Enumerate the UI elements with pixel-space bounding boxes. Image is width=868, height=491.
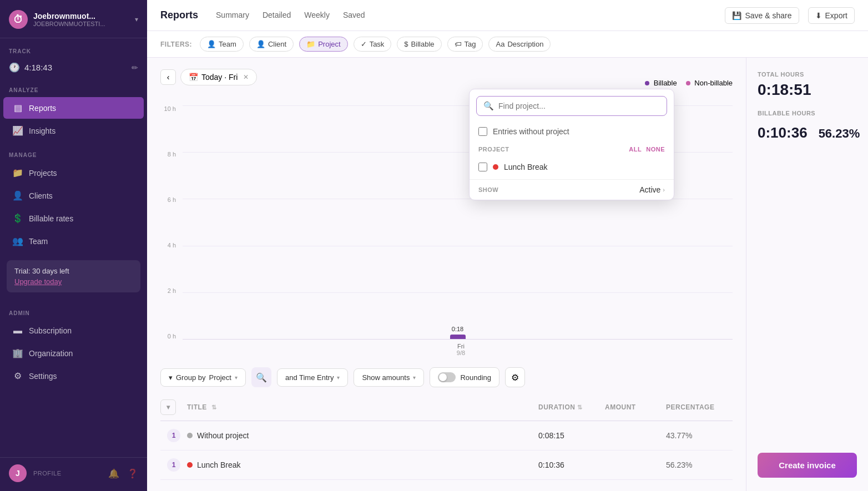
trial-banner: Trial: 30 days left Upgrade today (7, 260, 140, 292)
row2-title: Lunch Break (187, 460, 538, 469)
billable-rates-icon: 💲 (12, 213, 23, 224)
amount-header-label: AMOUNT (605, 403, 636, 411)
user-menu-chevron[interactable]: ▾ (135, 16, 138, 23)
filter-team[interactable]: 👤 Team (200, 37, 244, 52)
billable-hours-value: 0:10:36 (758, 124, 808, 141)
row1-duration-val: 0:08:15 (538, 431, 564, 440)
dropdown-search-input[interactable] (498, 102, 660, 110)
filter-tag[interactable]: 🏷 Tag (447, 37, 483, 52)
rounding-toggle[interactable] (438, 372, 456, 382)
lunch-break-label: Lunch Break (504, 163, 548, 171)
username: Joebrownmuot... (33, 12, 129, 21)
row1-dot (187, 433, 193, 438)
sidebar-item-organization[interactable]: 🏢 Organization (3, 342, 144, 364)
create-invoice-button[interactable]: Create invoice (758, 453, 857, 478)
sidebar-item-subscription[interactable]: ▬ Subscription (3, 320, 144, 341)
organization-label: Organization (29, 349, 73, 358)
settings-icon: ⚙ (12, 371, 23, 381)
project-filter-label: Project (318, 40, 340, 48)
clock-icon: 🕐 (9, 62, 20, 73)
y-label-6h: 6 h (160, 196, 176, 203)
team-filter-label: Team (219, 40, 236, 48)
settings-label: Settings (29, 372, 57, 381)
tab-detailed[interactable]: Detailed (263, 8, 291, 23)
notification-icon[interactable]: 🔔 (108, 468, 119, 479)
reports-label: Reports (29, 104, 56, 113)
page-title: Reports (160, 9, 198, 21)
show-amounts-button[interactable]: Show amounts ▾ (354, 368, 424, 387)
organization-icon: 🏢 (12, 348, 23, 358)
non-billable-legend: Non-billable (686, 79, 733, 87)
lunch-break-checkbox[interactable] (478, 163, 487, 171)
save-share-label: Save & share (745, 11, 791, 20)
col-pct-header: PERCENTAGE (666, 403, 733, 411)
no-project-option[interactable]: Entries without project (470, 122, 674, 141)
time-entry-chevron: ▾ (337, 374, 340, 381)
filter-description[interactable]: Aa Description (488, 37, 551, 52)
clients-icon: 👤 (12, 190, 23, 201)
row2-title-label: Lunch Break (197, 460, 241, 469)
export-label: Export (825, 11, 847, 20)
filter-client[interactable]: 👤 Client (249, 37, 294, 52)
rounding-settings-button[interactable]: ⚙ (505, 367, 525, 387)
time-entry-button[interactable]: and Time Entry ▾ (277, 368, 348, 387)
rounding-button[interactable]: Rounding (430, 367, 499, 387)
filter-project[interactable]: 📁 Project (299, 37, 347, 52)
description-filter-label: Description (507, 40, 543, 48)
sidebar-bottom: J PROFILE 🔔 ❓ (0, 457, 147, 491)
tag-filter-icon: 🏷 (455, 40, 462, 48)
sidebar-item-billable-rates[interactable]: 💲 Billable rates (3, 207, 144, 229)
active-filter-option[interactable]: Active › (639, 185, 665, 194)
search-button[interactable]: 🔍 (251, 367, 271, 387)
sidebar-header[interactable]: ⏱ Joebrownmuot... JOEBROWNMUOTESTI... ▾ (0, 0, 147, 38)
row2-pct-val: 56.23% (666, 460, 692, 469)
user-info: Joebrownmuot... JOEBROWNMUOTESTI... (33, 12, 129, 27)
timer-value: 4:18:43 (24, 63, 52, 72)
help-icon[interactable]: ❓ (127, 468, 138, 479)
dropdown-item-lunch-break[interactable]: Lunch Break (470, 157, 674, 177)
all-button[interactable]: ALL (629, 146, 642, 153)
sort-icon[interactable]: ⇅ (211, 404, 217, 411)
sidebar-item-clients[interactable]: 👤 Clients (3, 185, 144, 206)
date-display[interactable]: 📅 Today · Fri ✕ (180, 69, 257, 85)
filter-task[interactable]: ✓ Task (354, 37, 392, 52)
bar-day-label: Fri (189, 343, 733, 350)
upgrade-link[interactable]: Upgrade today (14, 277, 133, 286)
expand-all-icon[interactable]: ▾ (160, 399, 176, 415)
group-by-value: Project (209, 373, 231, 382)
billable-filter-icon: $ (404, 40, 408, 48)
sort-duration-icon[interactable]: ⇅ (577, 404, 583, 411)
date-close-icon[interactable]: ✕ (243, 73, 249, 81)
insights-icon: 📈 (12, 125, 23, 136)
col-expand-header: ▾ (160, 399, 187, 415)
filter-bar: FILTERS: 👤 Team 👤 Client 📁 Project ✓ Tas… (147, 31, 868, 58)
row1-expand: 1 (160, 429, 187, 442)
group-by-button[interactable]: ▾ Group by Project ▾ (160, 368, 246, 387)
export-button[interactable]: ⬇ Export (808, 7, 855, 24)
title-header-label: TITLE (187, 403, 207, 411)
sidebar-item-insights[interactable]: 📈 Insights (3, 120, 144, 141)
none-button[interactable]: NONE (646, 146, 665, 153)
avatar[interactable]: J (9, 464, 27, 482)
no-project-checkbox[interactable] (478, 127, 487, 136)
reports-icon: ▤ (12, 103, 23, 113)
sidebar-item-reports[interactable]: ▤ Reports (3, 97, 144, 119)
toggle-thumb (439, 373, 447, 381)
manage-section-label: MANAGE (0, 142, 147, 161)
user-email: JOEBROWNMUOTESTI... (33, 21, 129, 27)
filter-billable[interactable]: $ Billable (397, 37, 441, 52)
sidebar-item-projects[interactable]: 📁 Projects (3, 162, 144, 184)
sidebar-item-team[interactable]: 👥 Team (3, 230, 144, 252)
total-hours-value: 0:18:51 (758, 81, 857, 99)
prev-date-button[interactable]: ‹ (160, 69, 176, 85)
tab-summary[interactable]: Summary (216, 8, 249, 23)
save-share-button[interactable]: 💾 Save & share (725, 7, 799, 24)
clients-label: Clients (29, 191, 53, 200)
timer-edit-icon[interactable]: ✏ (132, 63, 138, 72)
non-billable-legend-label: Non-billable (694, 79, 733, 87)
tab-weekly[interactable]: Weekly (304, 8, 330, 23)
app-logo: ⏱ (9, 10, 28, 29)
data-table: ▾ TITLE ⇅ DURATION ⇅ AMOUNT PERCENTAGE (160, 394, 733, 480)
tab-saved[interactable]: Saved (343, 8, 365, 23)
sidebar-item-settings[interactable]: ⚙ Settings (3, 365, 144, 387)
